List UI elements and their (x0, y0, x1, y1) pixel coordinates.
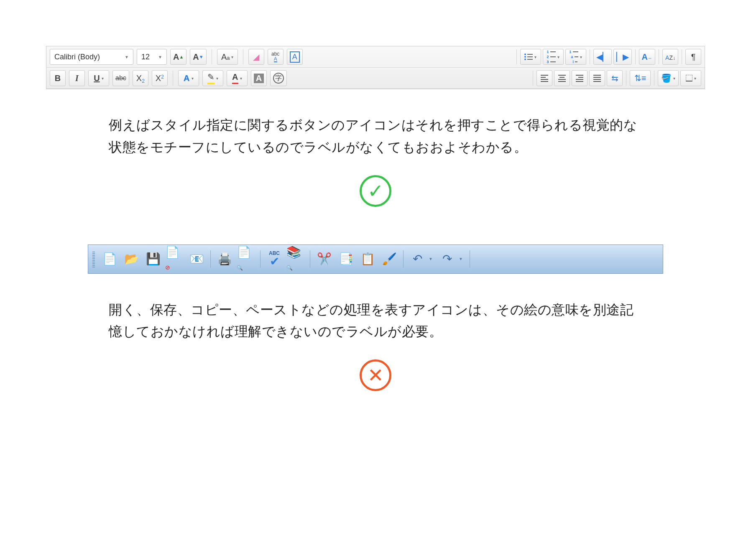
print-preview-icon: 📄🔍 (237, 245, 256, 272)
decrease-indent-button[interactable]: ◀▏ (593, 49, 612, 65)
enclose-characters-button[interactable]: 字 (270, 70, 287, 86)
superscript-button[interactable]: X2 (152, 70, 168, 86)
text-effects-button[interactable]: A ▾ (178, 70, 199, 86)
permission-button[interactable]: 📄⊘ (165, 249, 184, 269)
print-preview-button[interactable]: 📄🔍 (237, 249, 256, 269)
bold-icon: B (55, 74, 61, 83)
paint-bucket-icon: 🪣 (661, 73, 672, 83)
paste-button[interactable]: 📋 (358, 249, 377, 269)
spell-check-icon: ABC✔ (269, 251, 280, 267)
change-case-icon: Aa (221, 52, 230, 62)
font-color-icon: A (232, 72, 238, 84)
clear-formatting-button[interactable]: ◢ (248, 49, 264, 65)
spell-check-button[interactable]: ABC✔ (265, 249, 284, 269)
superscript-icon: X2 (156, 74, 164, 83)
font-size-value: 12 (141, 53, 150, 61)
font-family-value: Calibri (Body) (54, 53, 100, 61)
status-bad: ✕ (0, 359, 751, 391)
strikethrough-button[interactable]: abc (112, 70, 129, 86)
separator (212, 49, 212, 64)
bold-button[interactable]: B (50, 70, 66, 86)
separator (590, 49, 590, 64)
undo-dropdown[interactable]: ▼ (429, 257, 433, 261)
email-button[interactable]: 📧 (187, 249, 206, 269)
example1-caption: 例えばスタイル指定に関するボタンのアイコンはそれを押すことで得られる視覚的な状態… (109, 114, 642, 158)
separator (403, 250, 404, 268)
sort-button[interactable]: AZ↓ (662, 49, 678, 65)
align-left-button[interactable] (536, 70, 552, 86)
line-spacing-button[interactable]: ⇅≡ (630, 70, 651, 86)
text-effects-icon: A (184, 74, 189, 83)
increase-font-icon: A (173, 52, 179, 62)
dropdown-icon: ▼ (158, 55, 162, 59)
separator (533, 71, 533, 86)
format-painter-icon: 🖌️ (382, 252, 397, 266)
show-paragraph-marks-button[interactable]: ¶ (685, 49, 701, 65)
eraser-icon: ◢ (253, 52, 259, 62)
borders-button[interactable]: ▾ (680, 70, 701, 86)
redo-button[interactable]: ↷ (438, 249, 457, 269)
italic-icon: I (75, 74, 79, 83)
increase-font-size-button[interactable]: A▲ (170, 49, 186, 65)
justify-button[interactable] (589, 70, 605, 86)
font-family-select[interactable]: Calibri (Body) ▼ (50, 49, 133, 65)
subscript-button[interactable]: X2 (133, 70, 148, 86)
pilcrow-icon: ¶ (691, 52, 696, 62)
increase-indent-icon: ▏▶ (616, 52, 629, 62)
highlight-icon: ✎ (207, 72, 215, 84)
multilevel-list-button[interactable]: 1 a i ▾ (565, 49, 586, 65)
align-right-button[interactable] (572, 70, 588, 86)
print-button[interactable]: 🖨️ (215, 249, 234, 269)
increase-indent-button[interactable]: ▏▶ (613, 49, 632, 65)
status-good: ✓ (0, 175, 751, 207)
undo-icon: ↶ (413, 252, 422, 266)
decrease-font-size-button[interactable]: A▼ (190, 49, 206, 65)
separator (210, 250, 211, 268)
character-border-button[interactable]: A (287, 49, 303, 65)
text-direction-button[interactable]: A↔ (639, 49, 655, 65)
redo-icon: ↷ (442, 252, 452, 266)
align-left-icon (541, 75, 548, 82)
change-case-button[interactable]: Aa ▾ (217, 49, 238, 65)
justify-icon (593, 75, 601, 82)
phonetic-guide-button[interactable]: abc A (268, 49, 284, 65)
bullet-list-button[interactable]: ▾ (520, 49, 541, 65)
cross-icon: ✕ (360, 359, 391, 391)
separator (516, 49, 517, 64)
formatting-toolbar: Calibri (Body) ▼ 12 ▼ A▲ A▼ Aa ▾ ◢ (46, 46, 705, 89)
cut-button[interactable]: ✂️ (314, 249, 334, 269)
character-shading-button[interactable]: A (251, 70, 267, 86)
copy-button[interactable]: 📑 (336, 249, 355, 269)
research-button[interactable]: 📚🔍 (286, 249, 306, 269)
toolbar-handle[interactable] (92, 251, 95, 267)
distributed-button[interactable]: ⇆ (607, 70, 623, 86)
character-shading-icon: A (254, 74, 264, 83)
open-folder-icon: 📂 (124, 252, 139, 266)
highlight-button[interactable]: ✎ ▾ (202, 70, 223, 86)
new-document-button[interactable]: 📄 (100, 249, 119, 269)
scissors-icon: ✂️ (317, 252, 332, 266)
align-center-button[interactable] (554, 70, 570, 86)
font-color-button[interactable]: A ▾ (227, 70, 248, 86)
format-painter-button[interactable]: 🖌️ (380, 249, 399, 269)
text-direction-icon: A↔ (642, 52, 652, 62)
redo-dropdown[interactable]: ▼ (459, 257, 463, 261)
open-button[interactable]: 📂 (122, 249, 141, 269)
phonetic-guide-icon: abc A (271, 51, 279, 62)
paragraph-group: ▾ 1 2 3 ▾ 1 a i ▾ (515, 49, 701, 65)
save-button[interactable]: 💾 (143, 249, 163, 269)
numbered-list-button[interactable]: 1 2 3 ▾ (543, 49, 564, 65)
distributed-icon: ⇆ (611, 73, 618, 83)
numbered-list-icon: 1 2 3 (547, 50, 556, 64)
research-icon: 📚🔍 (286, 245, 306, 272)
separator (682, 49, 682, 64)
separator (659, 49, 659, 64)
undo-button[interactable]: ↶ (408, 249, 427, 269)
shading-button[interactable]: 🪣 ▾ (658, 70, 679, 86)
font-size-select[interactable]: 12 ▼ (137, 49, 167, 65)
alignment-group: ⇆ ⇅≡ 🪣 ▾ ▾ (531, 70, 701, 86)
decrease-font-icon: A (193, 52, 199, 62)
separator (626, 71, 626, 86)
italic-button[interactable]: I (69, 70, 85, 86)
underline-button[interactable]: U ▾ (88, 70, 109, 86)
